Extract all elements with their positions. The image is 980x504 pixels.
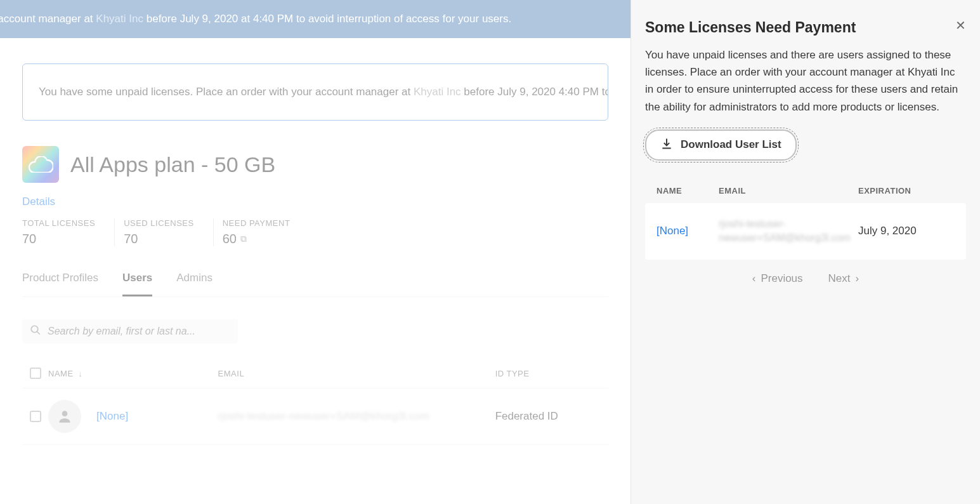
download-user-list-button[interactable]: Download User List [645,129,797,161]
total-licenses-label: TOTAL LICENSES [22,218,95,228]
user-email: rjoshi-testuser-newuser+SAM@khorg3l.com [218,410,495,423]
download-icon [660,137,673,153]
panel-body: You have unpaid licenses and there are u… [645,46,966,116]
user-idtype: Federated ID [495,410,608,423]
panel-title: Some Licenses Need Payment [645,19,856,36]
banner-prefix: n order with your account manager at [0,13,96,25]
select-all-checkbox[interactable] [30,368,41,379]
previous-button[interactable]: ‹ Previous [752,272,803,285]
panel-user-expiration: July 9, 2020 [858,225,955,237]
tab-admins[interactable]: Admins [176,265,212,296]
tab-product-profiles[interactable]: Product Profiles [22,265,98,296]
warning-suffix: before July 9, 2020 4:40 PM to avo [464,86,608,98]
used-licenses-value: 70 [124,232,194,246]
search-input-wrapper[interactable] [22,319,238,343]
side-panel: Some Licenses Need Payment ✕ You have un… [630,0,980,504]
previous-label: Previous [761,272,802,285]
details-link[interactable]: Details [22,196,608,208]
col-name-header[interactable]: NAME [48,369,74,378]
avatar [48,400,81,433]
sort-down-icon[interactable]: ↓ [79,369,83,378]
panel-col-expiration: EXPIRATION [858,186,955,196]
next-button[interactable]: Next › [828,272,859,285]
warning-box: You have some unpaid licenses. Place an … [22,63,608,121]
warning-prefix: You have some unpaid licenses. Place an … [39,86,414,98]
top-banner: n order with your account manager at Khy… [0,0,630,38]
chevron-left-icon: ‹ [752,272,756,285]
warning-company: Khyati Inc [414,86,461,98]
col-email-header[interactable]: EMAIL [218,369,495,378]
panel-col-email: EMAIL [719,186,858,196]
need-payment-value: 60 [223,232,237,246]
banner-suffix: before July 9, 2020 at 4:40 PM to avoid … [147,13,511,25]
user-name-link[interactable]: [None] [96,410,128,423]
next-label: Next [828,272,851,285]
panel-user-name[interactable]: [None] [657,225,719,237]
panel-user-email: rjoshi-testuser-newuser+SAM@khorg3l.com [719,217,858,246]
svg-point-2 [62,411,68,416]
download-label: Download User List [681,138,781,151]
panel-col-name: NAME [657,186,719,196]
svg-point-0 [31,326,38,333]
search-input[interactable] [48,326,230,337]
svg-line-1 [37,331,40,335]
popup-icon[interactable]: ⧉ [240,234,247,244]
creative-cloud-icon [22,146,59,183]
need-payment-label: NEED PAYMENT [223,218,291,228]
close-icon[interactable]: ✕ [955,19,966,32]
table-row[interactable]: [None] rjoshi-testuser-newuser+SAM@khorg… [22,388,608,445]
panel-user-row[interactable]: [None] rjoshi-testuser-newuser+SAM@khorg… [645,203,966,260]
search-icon [30,324,41,338]
total-licenses-value: 70 [22,232,95,246]
tab-users[interactable]: Users [122,265,152,296]
col-idtype-header[interactable]: ID TYPE [495,369,608,378]
page-title: All Apps plan - 50 GB [70,152,275,177]
chevron-right-icon: › [856,272,859,285]
row-checkbox[interactable] [30,411,41,422]
banner-company: Khyati Inc [96,13,143,25]
used-licenses-label: USED LICENSES [124,218,194,228]
